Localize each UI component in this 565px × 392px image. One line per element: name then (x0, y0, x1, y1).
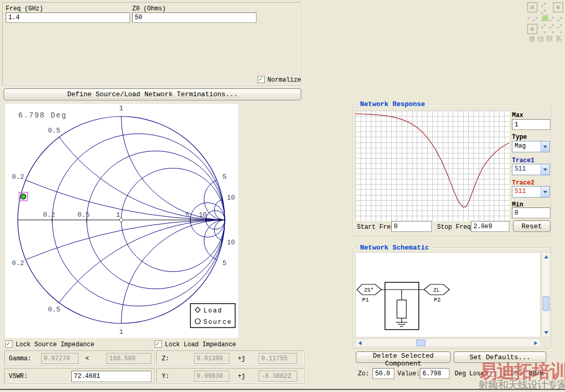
source-port-name: ZS* (364, 288, 374, 293)
gamma-box: Gamma: < (4, 350, 155, 366)
svg-text:0.2: 0.2 (12, 259, 24, 267)
value-input[interactable] (420, 368, 450, 379)
z0-label: Z0 (Ohms) (132, 5, 166, 12)
lock-source-label: Lock Source Impedance (16, 341, 94, 348)
network-schematic-group: Network Schematic ZS* P1 ZL (353, 247, 551, 349)
trace2-value: S11 (512, 187, 541, 197)
svg-text:0.5: 0.5 (48, 306, 60, 313)
type-value: Mag (512, 141, 541, 152)
max-label: Max (512, 112, 523, 119)
svg-text:0.5: 0.5 (78, 211, 89, 219)
normalize-checkbox[interactable] (258, 76, 265, 83)
angle-symbol: < (85, 355, 89, 362)
reset-button[interactable]: Reset (513, 220, 550, 232)
smith-chart-tool-window: Freq (GHz) Z0 (Ohms) Normalize Define So… (0, 0, 565, 392)
svg-text:1: 1 (116, 211, 120, 219)
schematic-vscrollbar[interactable] (542, 252, 550, 337)
scroll-down-icon[interactable] (542, 329, 550, 337)
chevron-down-icon[interactable] (541, 187, 549, 197)
svg-text:5: 5 (223, 259, 227, 267)
lock-source-checkbox[interactable] (5, 341, 12, 348)
y-imag-field (259, 371, 297, 382)
svg-text:10: 10 (227, 194, 235, 202)
trace2-label: Trace2 (512, 179, 534, 187)
load-port-name: ZL (433, 288, 440, 293)
trace1-combobox[interactable]: S11 (512, 164, 550, 175)
type-combobox[interactable]: Mag (512, 141, 550, 152)
smith-chart-canvas[interactable]: 0.20.515100.20.20.50.5115510106.798 DegL… (5, 104, 238, 338)
type-label: Type (512, 134, 527, 141)
schematic-hscrollbar[interactable] (355, 338, 541, 347)
port1-label: P1 (362, 297, 369, 303)
z-imag-field (259, 353, 297, 364)
schematic-canvas[interactable]: ZS* P1 ZL P2 (355, 252, 541, 337)
zo-label: Zo: (358, 370, 369, 377)
y-real-field (194, 371, 229, 382)
svg-text:5: 5 (185, 211, 189, 219)
delete-component-button[interactable]: Delete Selected Component (356, 351, 451, 363)
z-label: Z: (162, 355, 169, 362)
network-schematic-title: Network Schematic (357, 244, 432, 252)
svg-text:10: 10 (227, 239, 235, 246)
trace1-value: S11 (512, 164, 541, 175)
scroll-left-icon[interactable] (356, 339, 364, 347)
stop-freq-label: Stop Freq: (437, 224, 474, 231)
svg-text:1: 1 (119, 104, 123, 112)
termination-panel: Freq (GHz) Z0 (Ohms) Normalize (2, 2, 301, 86)
window-bottom-border (0, 389, 565, 390)
y-box: Y: +j (156, 368, 305, 384)
port2-label: P2 (434, 297, 441, 303)
network-response-group: Network Response Max Type Mag Trace1 S11… (353, 104, 551, 237)
min-input[interactable] (512, 207, 550, 218)
shunt-element[interactable] (397, 300, 406, 318)
deg-label: Deg (455, 370, 466, 377)
lock-load-label: Lock Load Impedance (165, 341, 236, 348)
vswr-input[interactable] (71, 371, 151, 382)
freq-label: Freq (GHz) (6, 5, 43, 12)
define-terminations-button[interactable]: Define Source/Load Network Terminations.… (4, 88, 301, 100)
qr-caption: 微信联系 (529, 34, 564, 44)
z-real-field (194, 353, 229, 364)
z-box: Z: +j (156, 350, 305, 366)
trace1-label: Trace1 (512, 157, 534, 164)
svg-text:Load: Load (203, 307, 223, 315)
hscroll-thumb[interactable] (416, 339, 426, 346)
wechat-qr-watermark (527, 2, 563, 34)
gamma-mag-field (41, 353, 79, 364)
svg-text:1: 1 (119, 328, 123, 336)
trace2-combobox[interactable]: S11 (512, 186, 550, 198)
vscroll-thumb[interactable] (543, 296, 549, 311)
z-plus-j: +j (238, 355, 245, 362)
response-plot-svg (355, 111, 509, 221)
zo-input[interactable] (373, 368, 394, 379)
svg-text:Source: Source (203, 319, 232, 326)
y-label: Y: (162, 373, 169, 380)
svg-text:0.5: 0.5 (48, 127, 60, 135)
scroll-up-icon[interactable] (542, 253, 550, 261)
response-plot[interactable] (355, 111, 509, 221)
svg-text:0.2: 0.2 (12, 173, 24, 181)
y-plus-j: +j (238, 373, 245, 380)
start-freq-input[interactable] (391, 221, 432, 232)
svg-text:10: 10 (199, 211, 207, 219)
svg-text:0.2: 0.2 (43, 211, 55, 219)
svg-text:5: 5 (223, 173, 227, 181)
max-input[interactable] (512, 119, 550, 130)
gamma-label: Gamma: (9, 355, 31, 362)
lock-load-checkbox[interactable] (155, 341, 162, 348)
svg-text:6.798 Deg: 6.798 Deg (18, 111, 67, 120)
stop-freq-input[interactable] (471, 221, 509, 232)
chevron-down-icon[interactable] (541, 164, 549, 175)
schematic-drawing: ZS* P1 ZL P2 (356, 253, 540, 337)
vswr-label: VSWR: (9, 373, 28, 380)
freq-input[interactable] (6, 12, 130, 23)
smith-chart: 0.20.515100.20.20.50.5115510106.798 DegL… (5, 104, 238, 338)
z0-input[interactable] (132, 12, 256, 23)
gamma-angle-field (107, 353, 151, 364)
scroll-right-icon[interactable] (532, 339, 540, 347)
chevron-down-icon[interactable] (541, 141, 549, 152)
network-response-title: Network Response (357, 100, 428, 108)
value-label: Value: (397, 370, 420, 377)
vswr-box: VSWR: (4, 368, 155, 384)
normalize-label: Normalize (267, 76, 301, 84)
